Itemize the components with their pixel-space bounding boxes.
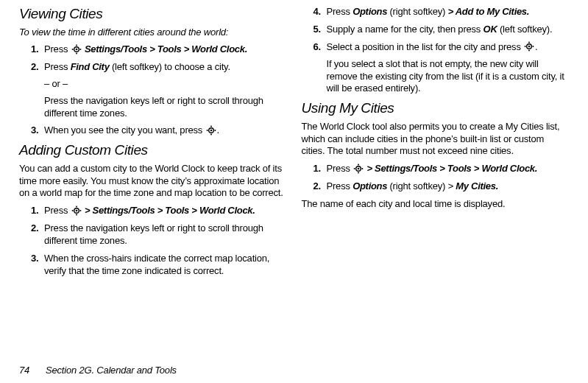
nav-key-icon: [206, 125, 216, 136]
step-2-alt: Press the navigation keys left or right …: [44, 95, 287, 120]
svg-point-15: [76, 214, 77, 215]
closing-text: The name of each city and local time is …: [302, 198, 570, 210]
svg-point-16: [71, 210, 73, 211]
svg-point-17: [79, 210, 81, 211]
svg-point-14: [76, 205, 77, 207]
svg-point-7: [210, 130, 212, 132]
left-column: Viewing Cities To view the time in diffe…: [19, 6, 287, 283]
footer: 74Section 2G. Calendar and Tools: [19, 365, 177, 376]
add-step-6-b: .: [535, 41, 537, 52]
add-step-1: Press > Settings/Tools > Tools > World C…: [31, 205, 287, 217]
add-step-4-a: Press: [327, 6, 353, 17]
svg-point-26: [358, 164, 359, 165]
page: Viewing Cities To view the time in diffe…: [0, 0, 588, 383]
svg-point-27: [358, 172, 359, 173]
use-step-1: Press > Settings/Tools > Tools > World C…: [314, 163, 570, 175]
svg-point-1: [75, 48, 77, 50]
heading-using-my-cities: Using My Cities: [302, 100, 570, 116]
step-1-text-b: Settings/Tools: [82, 43, 150, 55]
add-step-3: When the cross-hairs indicate the correc…: [31, 253, 287, 278]
using-intro: The World Clock tool also permits you to…: [302, 121, 570, 157]
svg-point-5: [79, 49, 81, 50]
use-step-2-b: Options: [353, 180, 389, 192]
step-2: Press Find City (left softkey) to choose…: [31, 61, 287, 120]
add-step-4-d: > Add to My Cities.: [448, 6, 529, 17]
add-step-4-b: Options: [353, 6, 389, 17]
svg-point-23: [533, 46, 534, 47]
svg-point-20: [528, 42, 530, 43]
add-step-6-a: Select a position in the list for the ci…: [327, 41, 524, 52]
svg-point-3: [76, 52, 77, 54]
svg-point-4: [71, 49, 73, 50]
use-step-2: Press Options (right softkey) > My Citie…: [314, 180, 570, 193]
section-title: Section 2G. Calendar and Tools: [46, 365, 177, 376]
use-step-2-c: (right softkey) >: [389, 180, 453, 192]
heading-viewing-cities: Viewing Cities: [19, 6, 287, 22]
add-step-1-b: > Settings/Tools > Tools > World Clock.: [82, 205, 255, 216]
svg-point-9: [210, 133, 212, 135]
intro-text: To view the time in different cities aro…: [19, 27, 287, 38]
add-step-5: Supply a name for the city, then press O…: [314, 24, 570, 36]
add-step-1-a: Press: [44, 205, 71, 216]
right-column: Press Options (right softkey) > Add to M…: [302, 6, 570, 283]
nav-key-icon: [353, 164, 364, 174]
step-1: Press Settings/Tools > Tools > World Clo…: [31, 43, 287, 56]
svg-point-28: [354, 168, 355, 169]
use-step-2-a: Press: [327, 180, 353, 192]
viewing-steps: Press Settings/Tools > Tools > World Clo…: [19, 43, 287, 137]
step-2-text-a: Press: [44, 61, 71, 72]
add-step-2: Press the navigation keys left or right …: [31, 222, 287, 247]
add-step-6: Select a position in the list for the ci…: [314, 41, 570, 96]
add-step-5-a: Supply a name for the city, then press: [327, 24, 483, 35]
add-step-5-b: OK: [483, 24, 497, 35]
nav-key-icon: [71, 44, 82, 55]
svg-point-22: [525, 46, 526, 47]
nav-key-icon: [524, 41, 534, 52]
adding-intro: You can add a custom city to the World C…: [19, 163, 287, 199]
add-step-6-note: If you select a slot that is not empty, …: [327, 58, 570, 96]
svg-point-2: [76, 44, 77, 46]
step-3-text-b: .: [217, 124, 219, 136]
use-step-1-a: Press: [327, 163, 353, 174]
svg-point-21: [528, 50, 530, 52]
use-step-1-b: > Settings/Tools > Tools > World Clock.: [364, 163, 537, 174]
add-step-4-c: (right softkey): [389, 6, 447, 17]
svg-point-8: [210, 126, 212, 127]
svg-point-29: [362, 168, 364, 169]
step-2-text-b: Find City: [71, 61, 112, 72]
heading-adding-custom-cities: Adding Custom Cities: [19, 142, 287, 158]
adding-steps: Press > Settings/Tools > Tools > World C…: [19, 205, 287, 277]
step-2-or: – or –: [44, 78, 287, 91]
page-number: 74: [19, 365, 29, 376]
adding-steps-cont: Press Options (right softkey) > Add to M…: [302, 6, 570, 95]
step-3: When you see the city you want, press .: [31, 124, 287, 137]
use-step-2-d: My Cities.: [453, 180, 498, 192]
svg-point-19: [528, 46, 531, 48]
nav-key-icon: [71, 205, 82, 216]
columns: Viewing Cities To view the time in diffe…: [19, 6, 569, 283]
step-1-text-a: Press: [44, 43, 71, 55]
using-steps: Press > Settings/Tools > Tools > World C…: [302, 163, 570, 193]
svg-point-25: [358, 167, 360, 169]
add-step-4: Press Options (right softkey) > Add to M…: [314, 6, 570, 18]
svg-point-10: [206, 130, 208, 131]
svg-point-13: [75, 209, 77, 211]
step-2-text-c: (left softkey) to choose a city.: [112, 61, 230, 72]
add-step-5-c: (left softkey).: [497, 24, 552, 35]
step-1-text-c: > Tools > World Clock.: [149, 43, 247, 55]
step-3-text-a: When you see the city you want, press: [44, 124, 205, 136]
svg-point-11: [214, 130, 216, 131]
